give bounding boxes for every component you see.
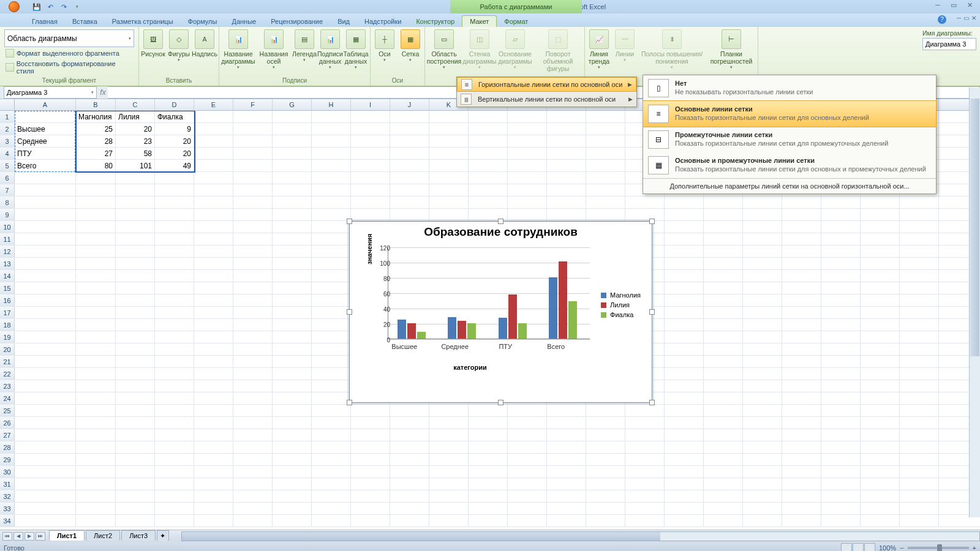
cell-B18[interactable] bbox=[76, 319, 116, 331]
cell-G11[interactable] bbox=[273, 233, 312, 245]
cell-C14[interactable] bbox=[116, 270, 155, 282]
cell-H22[interactable] bbox=[312, 368, 351, 380]
cell-M1[interactable] bbox=[508, 111, 547, 122]
tab-format[interactable]: Формат bbox=[497, 16, 535, 27]
cell-G29[interactable] bbox=[273, 454, 312, 465]
cell-H10[interactable] bbox=[312, 221, 351, 233]
cell-C19[interactable] bbox=[116, 331, 155, 343]
cell-E20[interactable] bbox=[194, 343, 233, 355]
cell-I34[interactable] bbox=[351, 515, 390, 527]
cell-M6[interactable] bbox=[508, 172, 547, 184]
cell-K30[interactable] bbox=[429, 466, 469, 478]
cell-S24[interactable] bbox=[743, 392, 782, 404]
cell-A27[interactable] bbox=[15, 429, 76, 441]
cell-Q34[interactable] bbox=[665, 515, 704, 527]
cell-T23[interactable] bbox=[782, 380, 821, 392]
cell-O1[interactable] bbox=[586, 111, 625, 122]
cell-K4[interactable] bbox=[429, 148, 469, 159]
cell-H4[interactable] bbox=[312, 148, 351, 159]
cell-V11[interactable] bbox=[861, 233, 900, 245]
cell-B23[interactable] bbox=[76, 380, 116, 392]
cell-D17[interactable] bbox=[155, 307, 194, 318]
cell-V34[interactable] bbox=[861, 515, 900, 527]
row-header-11[interactable]: 11 bbox=[0, 233, 15, 245]
cell-R22[interactable] bbox=[704, 368, 743, 380]
cell-H28[interactable] bbox=[312, 441, 351, 453]
cell-U22[interactable] bbox=[821, 368, 861, 380]
cell-R34[interactable] bbox=[704, 515, 743, 527]
cell-S12[interactable] bbox=[743, 246, 782, 257]
bar[interactable] bbox=[407, 323, 416, 339]
cell-R11[interactable] bbox=[704, 233, 743, 245]
row-header-3[interactable]: 3 bbox=[0, 135, 15, 147]
cell-M33[interactable] bbox=[508, 503, 547, 514]
cell-W8[interactable] bbox=[900, 197, 939, 208]
row-header-12[interactable]: 12 bbox=[0, 246, 15, 257]
cell-K34[interactable] bbox=[429, 515, 469, 527]
cell-R18[interactable] bbox=[704, 319, 743, 331]
cell-W21[interactable] bbox=[900, 356, 939, 367]
cell-T14[interactable] bbox=[782, 270, 821, 282]
row-header-2[interactable]: 2 bbox=[0, 123, 15, 135]
sheet-tab-1[interactable]: Лист1 bbox=[49, 530, 85, 541]
cell-B24[interactable] bbox=[76, 392, 116, 404]
legend-item[interactable]: Фиалка bbox=[601, 311, 641, 318]
cell-N27[interactable] bbox=[547, 429, 586, 441]
cell-E2[interactable] bbox=[194, 123, 233, 135]
data-labels-button[interactable]: 📊Подписи данных▾ bbox=[318, 28, 342, 71]
cell-D5[interactable]: 49 bbox=[155, 160, 194, 171]
cell-O9[interactable] bbox=[586, 209, 625, 220]
cell-F18[interactable] bbox=[233, 319, 273, 331]
cell-S28[interactable] bbox=[743, 441, 782, 453]
cell-R21[interactable] bbox=[704, 356, 743, 367]
cell-A15[interactable] bbox=[15, 282, 76, 294]
cell-V25[interactable] bbox=[861, 405, 900, 416]
cell-W20[interactable] bbox=[900, 343, 939, 355]
cell-E7[interactable] bbox=[194, 184, 233, 196]
cell-B1[interactable]: Магнолия bbox=[76, 111, 116, 122]
row-header-14[interactable]: 14 bbox=[0, 270, 15, 282]
row-header-22[interactable]: 22 bbox=[0, 368, 15, 380]
cell-V33[interactable] bbox=[861, 503, 900, 514]
cell-F3[interactable] bbox=[233, 135, 273, 147]
row-header-33[interactable]: 33 bbox=[0, 503, 15, 514]
axes-button[interactable]: ┼Оси▾ bbox=[372, 28, 397, 64]
cell-H34[interactable] bbox=[312, 515, 351, 527]
cell-T32[interactable] bbox=[782, 490, 821, 502]
cell-H25[interactable] bbox=[312, 405, 351, 416]
cell-L28[interactable] bbox=[469, 441, 508, 453]
cell-J27[interactable] bbox=[390, 429, 429, 441]
cell-Q31[interactable] bbox=[665, 478, 704, 490]
cell-R30[interactable] bbox=[704, 466, 743, 478]
cell-D30[interactable] bbox=[155, 466, 194, 478]
tab-design[interactable]: Конструктор bbox=[409, 16, 462, 27]
cell-T17[interactable] bbox=[782, 307, 821, 318]
tab-addins[interactable]: Надстройки bbox=[357, 16, 409, 27]
cell-C16[interactable] bbox=[116, 294, 155, 306]
row-header-6[interactable]: 6 bbox=[0, 172, 15, 184]
cell-J6[interactable] bbox=[390, 172, 429, 184]
cell-L27[interactable] bbox=[469, 429, 508, 441]
cell-N7[interactable] bbox=[547, 184, 586, 196]
cell-E9[interactable] bbox=[194, 209, 233, 220]
cell-A10[interactable] bbox=[15, 221, 76, 233]
cell-H33[interactable] bbox=[312, 503, 351, 514]
col-header-E[interactable]: E bbox=[194, 99, 233, 110]
cell-W26[interactable] bbox=[900, 417, 939, 429]
cell-Q9[interactable] bbox=[665, 209, 704, 220]
cell-F34[interactable] bbox=[233, 515, 273, 527]
select-all-corner[interactable] bbox=[0, 99, 15, 110]
cell-S17[interactable] bbox=[743, 307, 782, 318]
cell-Q24[interactable] bbox=[665, 392, 704, 404]
cell-M2[interactable] bbox=[508, 123, 547, 135]
cell-C33[interactable] bbox=[116, 503, 155, 514]
cell-N30[interactable] bbox=[547, 466, 586, 478]
cell-O2[interactable] bbox=[586, 123, 625, 135]
cell-G23[interactable] bbox=[273, 380, 312, 392]
cell-O33[interactable] bbox=[586, 503, 625, 514]
cell-A24[interactable] bbox=[15, 392, 76, 404]
cell-Q26[interactable] bbox=[665, 417, 704, 429]
sheet-tab-2[interactable]: Лист2 bbox=[86, 530, 120, 541]
save-icon[interactable]: 💾 bbox=[32, 2, 42, 12]
cell-E22[interactable] bbox=[194, 368, 233, 380]
